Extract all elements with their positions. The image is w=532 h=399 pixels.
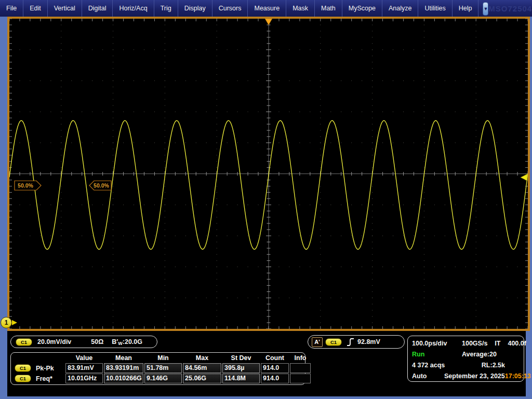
menu-item-edit[interactable]: Edit xyxy=(23,0,48,17)
menu-item-analyze[interactable]: Analyze xyxy=(382,0,418,17)
clock-time: 17:05:13 xyxy=(505,373,531,380)
measurement-header: Mean xyxy=(104,354,143,363)
measurement-value: 10.01GHz xyxy=(65,374,103,383)
trigger-level: 92.8mV xyxy=(357,338,380,345)
measurement-mean: 10.010266G xyxy=(104,374,143,383)
measurement-header-blank xyxy=(11,354,64,363)
run-status: Run xyxy=(412,351,462,358)
measurement-table: Value Mean Min Max St Dev Count Info C1 … xyxy=(10,352,305,385)
measurement-value: 83.91mV xyxy=(65,363,103,373)
record-length: RL:2.5k xyxy=(482,362,505,369)
trigger-position-marker[interactable] xyxy=(265,19,272,25)
resolution: 400.0f xyxy=(508,340,526,347)
measurement-min: 9.146G xyxy=(144,374,182,383)
measurement-header: Min xyxy=(144,354,182,363)
readout-panel: C1 20.0mV/div 50Ω B′W:20.0G A' C1 92.8mV… xyxy=(7,331,526,396)
menu-overflow-button[interactable]: ▼ xyxy=(483,2,488,16)
measurement-min: 51.78m xyxy=(144,363,182,373)
measurement-header: Value xyxy=(65,354,103,363)
acquisition-sampling-mode: IT xyxy=(495,340,500,347)
channel-1-arrow-icon xyxy=(12,320,17,325)
menu-item-measure[interactable]: Measure xyxy=(248,0,286,17)
measurement-header: Info xyxy=(290,354,311,363)
average-count: Average:20 xyxy=(462,351,497,358)
measurement-header: St Dev xyxy=(222,354,260,363)
measurement-row-label[interactable]: C1 Freq* xyxy=(11,374,64,383)
input-impedance: 50Ω xyxy=(91,338,103,345)
menu-item-utilities[interactable]: Utilities xyxy=(418,0,452,17)
menu-bar: FileEditVerticalDigitalHoriz/AcqTrigDisp… xyxy=(0,0,532,17)
menu-item-math[interactable]: Math xyxy=(315,0,342,17)
model-watermark: MSO72504DX xyxy=(488,4,532,13)
trigger-mode: Auto xyxy=(412,373,444,380)
menu-item-cursors[interactable]: Cursors xyxy=(212,0,248,17)
measurement-name: Pk-Pk xyxy=(36,365,54,372)
measurement-info xyxy=(290,363,311,373)
measurement-channel-badge: C1 xyxy=(15,375,31,382)
horizontal-acquisition-readout[interactable]: 100.0ps/div 100GS/s IT 400.0f Run Averag… xyxy=(407,336,524,382)
measurement-header: Count xyxy=(261,354,289,363)
date: September 23, 2025 xyxy=(444,373,505,380)
svg-text:50.0%: 50.0% xyxy=(94,182,109,189)
trigger-channel-badge: C1 xyxy=(325,338,342,346)
measurement-count: 914.0 xyxy=(261,363,289,373)
measurement-info xyxy=(290,374,311,383)
measurement-stdev: 114.8M xyxy=(222,374,260,383)
chevron-down-icon: ▼ xyxy=(483,6,488,11)
menu-item-display[interactable]: Display xyxy=(178,0,212,17)
graticule-frame: 50.0%50.0% xyxy=(7,17,530,331)
ref-flag-mid[interactable]: 50.0% xyxy=(89,181,111,190)
channel-badge: C1 xyxy=(16,338,32,346)
measurement-name: Freq* xyxy=(36,375,52,382)
channel-1-marker-label: 1 xyxy=(5,319,8,326)
channel-1-marker[interactable]: 1 xyxy=(1,317,12,328)
measurement-header: Max xyxy=(183,354,221,363)
ref-flag-left[interactable]: 50.0% xyxy=(15,181,41,190)
measurement-row-label[interactable]: C1 Pk-Pk xyxy=(11,363,64,373)
trigger-readout[interactable]: A' C1 92.8mV xyxy=(308,335,405,349)
sample-rate: 100GS/s xyxy=(462,340,487,347)
menu-item-horiz-acq[interactable]: Horiz/Acq xyxy=(113,0,154,17)
measurement-mean: 83.93191m xyxy=(104,363,143,373)
trigger-level-arrow[interactable] xyxy=(521,174,527,181)
menu-item-myscope[interactable]: MyScope xyxy=(342,0,382,17)
bandwidth-readout: B′W:20.0G xyxy=(112,338,142,346)
menu-item-mask[interactable]: Mask xyxy=(286,0,315,17)
acquisition-count: 4 372 acqs xyxy=(412,362,445,369)
measurement-count: 914.0 xyxy=(261,374,289,383)
rising-edge-icon xyxy=(347,338,354,347)
trigger-source-badge: A' xyxy=(312,337,323,347)
vertical-scale: 20.0mV/div xyxy=(37,338,71,345)
measurement-max: 84.56m xyxy=(183,363,221,373)
timebase: 100.0ps/div xyxy=(412,340,462,347)
measurement-max: 25.06G xyxy=(183,374,221,383)
menu-item-trig[interactable]: Trig xyxy=(154,0,178,17)
waveform-display: 50.0%50.0% xyxy=(9,19,528,329)
measurement-channel-badge: C1 xyxy=(15,364,31,372)
menu-item-help[interactable]: Help xyxy=(453,0,479,17)
measurement-stdev: 395.8µ xyxy=(222,363,260,373)
menu-item-digital[interactable]: Digital xyxy=(82,0,113,17)
menu-item-file[interactable]: File xyxy=(0,0,23,17)
channel-readout[interactable]: C1 20.0mV/div 50Ω B′W:20.0G xyxy=(10,336,157,348)
svg-text:50.0%: 50.0% xyxy=(18,182,33,189)
menu-item-vertical[interactable]: Vertical xyxy=(48,0,82,17)
